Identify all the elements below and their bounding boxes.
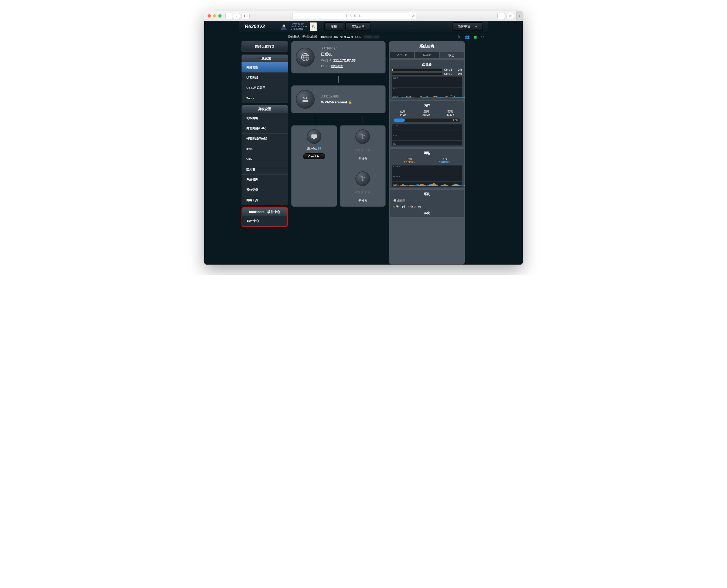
url-bar[interactable]: 192.168.1.1 ⟳: [292, 13, 416, 19]
share-icon[interactable]: ⤴: [497, 13, 505, 19]
sidebar-item-ipv6[interactable]: IPv6: [241, 144, 288, 154]
system-title: 系统: [392, 191, 462, 197]
wifi-icon[interactable]: ⚞: [458, 35, 461, 39]
sidebar-item-networkmap[interactable]: 网络地图: [241, 62, 288, 72]
free-label: 空闲: [422, 110, 430, 113]
wifisec-value: WPA2-Personal: [321, 100, 347, 104]
sidebar-toggle-icon[interactable]: [241, 13, 250, 19]
sysinfo-panel: 系统信息 2.4GHz 5GHz 状态 处理器 Core 12% Core 20…: [389, 41, 465, 265]
close-icon[interactable]: [208, 14, 211, 18]
main-area: 网络设置向导 一般设置 网络地图 访客网络 USB 相关应用 Tools 高级设…: [239, 41, 488, 265]
bottom-row: 用户数: 15 View List USB 3.0 无设备: [291, 125, 386, 207]
right-buttons: ⤴ ⧉: [497, 13, 514, 19]
svg-rect-8: [302, 100, 308, 102]
used-value: 44MB: [399, 113, 406, 117]
fw-label: Firmware:: [319, 35, 332, 38]
ddns-label: DDNS:: [321, 64, 330, 68]
sidebar-item-tools[interactable]: Tools: [241, 93, 288, 103]
url-text: 192.168.1.1: [346, 14, 363, 18]
sidebar-item-nettools[interactable]: 网络工具: [241, 195, 288, 205]
merlin-logo: [279, 22, 288, 31]
ddns-link[interactable]: 前往设置: [331, 64, 343, 68]
sidebar-item-softcenter[interactable]: 软件中心: [242, 216, 287, 226]
usb-icon[interactable]: [356, 171, 370, 186]
wifisec-label: 无线安全层级:: [321, 94, 352, 99]
zoom-icon[interactable]: [218, 14, 221, 18]
free-value: 206MB: [422, 113, 430, 117]
clients-icon[interactable]: 👥: [465, 35, 470, 39]
clients-panel[interactable]: 用户数: 15 View List: [291, 125, 337, 207]
section-advanced: 高级设置 无线网络 内部网络(LAN) 外部网络(WAN) IPv6 VPN 防…: [241, 105, 288, 205]
inst-value: 250MB: [446, 113, 454, 117]
titlebar: ‹ › 192.168.1.1 ⟳ ⤴ ⧉ +: [204, 11, 523, 21]
status-value: 已联机: [321, 51, 356, 57]
minimize-icon[interactable]: [213, 14, 216, 18]
sidebar-item-guest[interactable]: 访客网络: [241, 72, 288, 83]
sidebar-item-firewall[interactable]: 防火墙: [241, 164, 288, 174]
svg-point-15: [361, 134, 362, 135]
forward-button[interactable]: ›: [233, 13, 240, 19]
mem-title: 内存: [392, 103, 462, 108]
sidebar-item-syslog[interactable]: 系统记录: [241, 185, 288, 195]
mid-column: 互联网状态: 已联机 WAN IP: 111.172.87.63 DDNS: 前…: [291, 41, 386, 265]
svg-point-21: [361, 176, 362, 177]
section-header: 一般设置: [241, 55, 288, 62]
browser-window: ‹ › 192.168.1.1 ⟳ ⤴ ⧉ + R6300V2 Powered …: [204, 11, 523, 265]
router-ui: R6300V2 Powered by Merlin & Vortex & koo…: [239, 21, 488, 265]
reboot-button[interactable]: 重新启动: [345, 22, 371, 31]
tab-24ghz[interactable]: 2.4GHz: [390, 52, 414, 58]
globe-icon: [296, 48, 315, 67]
usb30-label: USB 3.0: [355, 148, 370, 152]
svg-rect-16: [364, 135, 365, 136]
used-label: 已用: [399, 110, 406, 113]
lock-icon: 🔒: [348, 100, 352, 104]
status-icons: ⚞ 👥 ▣ ⊷: [458, 35, 485, 39]
language-select[interactable]: 简体中文: [452, 22, 483, 31]
cpu-section: 处理器 Core 12% Core 20% 100% 50% 0%: [390, 60, 464, 100]
svg-rect-9: [312, 134, 317, 138]
uptime-value: 0 天 0 时 14 分 29 秒: [392, 204, 462, 210]
wifi-info: 无线安全层级: WPA2-Personal 🔒: [321, 94, 352, 105]
sidebar-item-lan[interactable]: 内部网络(LAN): [241, 123, 288, 133]
ul-label: 上传: [439, 157, 450, 161]
sidebar-item-admin[interactable]: 系统管理: [241, 174, 288, 185]
new-tab-button[interactable]: +: [516, 11, 523, 21]
fw-value[interactable]: 380.70_0-X7.9: [334, 35, 353, 38]
section-koolshare: koolshare - 软件中心 软件中心: [241, 207, 288, 227]
top-bar: R6300V2 Powered by Merlin & Vortex & koo…: [239, 21, 488, 33]
mem-pct: 17%: [453, 119, 458, 122]
sidebar-item-vpn[interactable]: VPN: [241, 154, 288, 164]
internet-panel[interactable]: 互联网状态: 已联机 WAN IP: 111.172.87.63 DDNS: 前…: [291, 41, 386, 74]
sidebar-item-wan[interactable]: 外部网络(WAN): [241, 133, 288, 144]
net-title: 网络: [392, 150, 462, 156]
network-icon[interactable]: ▣: [473, 35, 477, 39]
system-section: 系统 开机时间 0 天 0 时 14 分 29 秒 温度: [390, 190, 464, 217]
back-button[interactable]: ‹: [225, 13, 232, 19]
mahjong-tile-icon: 八: [310, 22, 317, 31]
cpu-title: 处理器: [392, 62, 462, 67]
sidebar: 网络设置向导 一般设置 网络地图 访客网络 USB 相关应用 Tools 高级设…: [241, 41, 288, 265]
tab-status[interactable]: 状态: [440, 52, 464, 58]
wizard-button[interactable]: 网络设置向导: [241, 41, 288, 52]
usb-icon[interactable]: [356, 129, 370, 144]
svg-rect-22: [364, 177, 365, 178]
svg-rect-1: [244, 15, 245, 17]
tab-5ghz[interactable]: 5GHz: [415, 52, 439, 58]
nav-buttons: ‹ ›: [225, 13, 240, 19]
viewlist-button[interactable]: View List: [303, 153, 325, 159]
sidebar-item-usb[interactable]: USB 相关应用: [241, 83, 288, 93]
reload-icon[interactable]: ⟳: [412, 14, 414, 18]
sysinfo-title: 系统信息: [390, 42, 464, 50]
usb-icon[interactable]: ⊷: [480, 35, 485, 39]
mode-value[interactable]: 无线路由器: [302, 35, 317, 39]
logout-button[interactable]: 注销: [324, 22, 343, 31]
tree-connector: [291, 76, 386, 83]
mode-label: 操作模式:: [288, 35, 301, 39]
wifi-panel[interactable]: 无线安全层级: WPA2-Personal 🔒: [291, 85, 386, 113]
sidebar-item-wireless[interactable]: 无线网络: [241, 113, 288, 123]
monitor-icon: [307, 129, 321, 144]
center-column: 互联网状态: 已联机 WAN IP: 111.172.87.63 DDNS: 前…: [291, 41, 486, 265]
ul-value: 1.61KB/s: [439, 161, 450, 164]
usb30-nodev: 无设备: [358, 156, 367, 161]
tabs-icon[interactable]: ⧉: [507, 13, 514, 19]
